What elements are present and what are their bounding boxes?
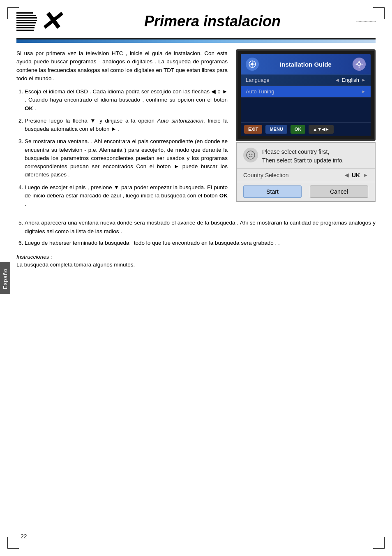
page-number: 22 <box>21 533 27 540</box>
dialog-message: Please select country first, Then select… <box>237 143 375 169</box>
osd-title: Installation Guide <box>259 61 353 68</box>
start-button[interactable]: Start <box>243 185 302 198</box>
header-dots: ················ <box>356 17 376 26</box>
osd-screen: Installation Guide <box>241 54 371 136</box>
cancel-button[interactable]: Cancel <box>310 185 368 198</box>
language-value: ◀ English ► <box>336 77 366 83</box>
arrow-left-icon: ◀ <box>336 78 339 82</box>
dialog-country-row: Country Selection ◀ UK ► <box>237 169 375 182</box>
menu-button[interactable]: MENU <box>265 125 287 134</box>
svg-point-9 <box>247 151 255 159</box>
country-value: ◀ UK ► <box>345 172 368 178</box>
corner-mark-tr <box>373 7 385 19</box>
exit-button[interactable]: EXIT <box>244 125 262 134</box>
country-label: Country Selection <box>243 172 345 178</box>
svg-point-4 <box>357 63 361 66</box>
language-label: Language <box>246 77 336 83</box>
osd-icon-settings <box>353 58 366 71</box>
bottom-steps-list: Ahora aparecera una ventana nueva donde … <box>16 219 376 247</box>
svg-point-5 <box>359 61 360 62</box>
page-header: ✕ Primera instalacion ················ <box>16 8 376 39</box>
instructions-section: Instrucciones : La busqueda completa tom… <box>16 254 376 268</box>
auto-tuning-label: Auto Tuning <box>246 88 362 95</box>
svg-point-6 <box>359 67 360 68</box>
country-selection-dialog: Please select country first, Then select… <box>236 142 376 202</box>
side-tab: Español <box>0 262 10 294</box>
osd-header: Installation Guide <box>241 54 371 74</box>
osd-rows: Language ◀ English ► Auto Tuning <box>241 74 371 97</box>
bottom-steps: Ahora aparecera una ventana nueva donde … <box>16 219 376 247</box>
step-6: Luego de haberser terminado la busqueda … <box>25 239 376 247</box>
corner-mark-tl <box>7 7 19 19</box>
instructions-title: Instrucciones : <box>16 254 376 260</box>
right-column: Installation Guide <box>236 49 376 212</box>
step-2: Presione luego la flecha ▼ y dirijase a … <box>25 117 228 134</box>
svg-point-11 <box>251 154 253 155</box>
osd-icon-satellite <box>246 58 259 71</box>
logo-x: ✕ <box>39 8 62 35</box>
country-arrow-right: ► <box>363 172 368 178</box>
auto-tuning-arrow: ► <box>362 89 366 94</box>
svg-point-10 <box>249 154 250 155</box>
step-3: Se mostrara una ventana. . Ahi encontrar… <box>25 137 228 179</box>
svg-point-8 <box>362 64 363 65</box>
svg-point-7 <box>356 64 357 65</box>
osd-row-language: Language ◀ English ► <box>241 74 371 86</box>
intro-paragraph: Si usa por primera vez la television HTC… <box>16 49 228 83</box>
step-4: Luego de escojer el pais , presione ▼ pa… <box>25 183 228 208</box>
page-title: Primera instalacion <box>69 13 356 30</box>
dialog-face-icon <box>243 148 258 162</box>
ok-button[interactable]: OK <box>291 125 306 134</box>
corner-mark-br <box>373 537 385 549</box>
step-5: Ahora aparecera una ventana nueva donde … <box>25 219 376 236</box>
dialog-text: Please select country first, Then select… <box>262 148 344 165</box>
corner-mark-bl <box>7 537 19 549</box>
osd-spacer <box>241 97 371 122</box>
dialog-buttons: Start Cancel <box>237 182 375 201</box>
osd-row-autotuning: Auto Tuning ► <box>241 86 371 97</box>
arrow-right-icon: ► <box>362 78 366 82</box>
osd-footer: EXIT MENU OK ▲▼◀► <box>241 122 371 136</box>
text-column: Si usa por primera vez la television HTC… <box>16 49 228 212</box>
tv-screen: Installation Guide <box>236 49 376 141</box>
country-arrow-left: ◀ <box>345 172 348 178</box>
step-1: Escoja el idioma del OSD . Cada idioma p… <box>25 88 228 113</box>
main-content: Si usa por primera vez la television HTC… <box>16 49 376 212</box>
osd-container: Installation Guide <box>241 54 371 136</box>
instructions-text: La busqueda completa tomara algunos minu… <box>16 262 376 268</box>
blue-decorative-bar <box>16 39 376 43</box>
steps-list: Escoja el idioma del OSD . Cada idioma p… <box>16 88 228 208</box>
nav-button: ▲▼◀► <box>309 125 334 134</box>
arrow-right-icon-2: ► <box>362 89 366 94</box>
logo-lines <box>16 9 37 34</box>
